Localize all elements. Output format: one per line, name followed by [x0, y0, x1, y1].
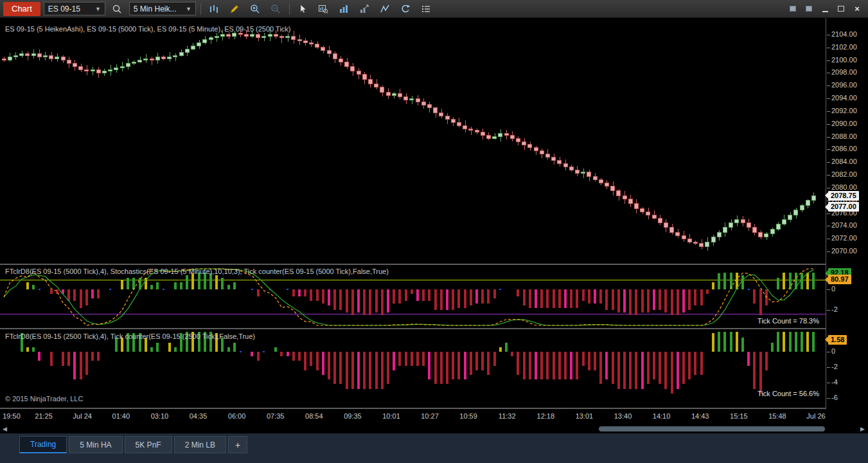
time-axis-label: 14:43	[691, 412, 709, 420]
chevron-down-icon: ▼	[186, 6, 191, 12]
instrument-link-icon	[790, 6, 796, 12]
chart-style-icon	[209, 4, 219, 14]
time-axis-label: 10:27	[421, 412, 439, 420]
price-axis-label: 2088.00	[831, 132, 857, 140]
zigzag-line-icon	[380, 4, 390, 14]
interval-selector[interactable]: 5 Min Heik... ▼	[129, 2, 196, 15]
chevron-down-icon: ▼	[95, 6, 101, 12]
price-axis-label: 2084.00	[831, 158, 857, 165]
indicator2-axis-label: -4	[831, 378, 838, 386]
cursor-button[interactable]	[294, 1, 312, 17]
zoom-in-button[interactable]	[247, 1, 264, 17]
data-box-button[interactable]	[315, 1, 332, 17]
time-axis-label: 06:00	[228, 412, 246, 420]
price-axis-label: 2080.00	[831, 183, 857, 191]
chart-menu-button[interactable]: Chart	[3, 2, 40, 16]
toolbar: Chart ES 09-15 ▼ 5 Min Heik... ▼	[0, 0, 868, 18]
time-axis-label: 15:15	[730, 412, 748, 420]
price-axis-label: 2082.00	[831, 170, 857, 178]
pencil-icon	[229, 4, 240, 14]
indicator-value-marker: 1.58	[828, 335, 847, 345]
price-axis-label: 2098.00	[831, 68, 857, 76]
tick-count-5000: Tick Count = 78.3%	[630, 317, 819, 325]
minimize-icon	[822, 11, 828, 12]
instrument-selector[interactable]: ES 09-15 ▼	[44, 2, 105, 15]
indicator1-axis-label: -2	[831, 305, 838, 313]
add-tab-button[interactable]: +	[228, 436, 247, 453]
panel-divider[interactable]	[0, 328, 826, 329]
data-box-icon	[318, 4, 328, 14]
zoom-out-icon	[270, 4, 281, 14]
tab-5-min-ha[interactable]: 5 Min HA	[69, 436, 122, 453]
strategies-button[interactable]	[356, 1, 373, 17]
price-axis-label: 2102.00	[831, 43, 857, 51]
time-axis-label: 15:48	[768, 412, 786, 420]
interval-value: 5 Min Heik...	[134, 5, 177, 14]
chart-style-button[interactable]	[206, 1, 223, 17]
tab-bar: Trading 5 Min HA 5K PnF 2 Min LB +	[0, 433, 868, 463]
reload-button[interactable]	[397, 1, 414, 17]
last-price-marker: 2078.75	[828, 191, 859, 201]
copyright-label: © 2015 NinjaTrader, LLC	[5, 395, 83, 403]
indicator1-axis-label: 0	[831, 285, 835, 293]
panel-divider[interactable]	[0, 264, 826, 265]
tab-trading[interactable]: Trading	[19, 436, 67, 453]
scrollbar-thumb[interactable]	[599, 426, 825, 431]
indicators-button[interactable]	[335, 1, 353, 17]
drawing-tools-button[interactable]	[226, 1, 244, 17]
tab-5k-pnf[interactable]: 5K PnF	[125, 436, 172, 453]
draw-line-button[interactable]	[376, 1, 394, 17]
time-axis-label: 01:40	[112, 412, 130, 420]
scroll-left-arrow-icon[interactable]: ◀	[3, 426, 7, 432]
price-axis-label: 2074.00	[831, 221, 857, 229]
time-axis-label: 07:35	[267, 412, 285, 420]
indicator2-panel-label: FTclrD8(ES 09-15 (2500 Tick),4), Tick co…	[5, 332, 255, 340]
indicator2-axis-label: -2	[831, 363, 838, 370]
indicator2-axis-label: 0	[831, 347, 835, 355]
interval-link-button[interactable]	[803, 3, 815, 14]
time-axis-label: 03:10	[151, 412, 169, 420]
zoom-out-button[interactable]	[267, 1, 285, 17]
indicator2-axis-label: -6	[831, 394, 838, 401]
close-button[interactable]: ×	[851, 3, 863, 14]
search-icon	[112, 4, 122, 14]
indicators-icon	[339, 4, 349, 14]
indicator1-panel-label: FTclrD8(ES 09-15 (5000 Tick),4), Stochas…	[5, 268, 389, 275]
scroll-right-arrow-icon[interactable]: ▶	[860, 426, 865, 432]
time-axis-label: 10:01	[382, 412, 400, 420]
price-panel-label: ES 09-15 (5 HeikenAshi), ES 09-15 (5000 …	[5, 25, 291, 33]
price-axis-label: 2090.00	[831, 120, 857, 127]
properties-button[interactable]	[418, 1, 435, 17]
time-axis-label: 13:01	[576, 412, 594, 420]
instrument-link-button[interactable]	[787, 3, 799, 14]
price-axis[interactable]: 2104.002102.002100.002098.002096.002094.…	[826, 18, 868, 423]
reload-icon	[400, 4, 411, 14]
instrument-value: ES 09-15	[48, 5, 80, 14]
price-panel-canvas[interactable]	[0, 18, 826, 264]
close-icon: ×	[855, 5, 860, 13]
time-axis-label: 11:32	[499, 412, 516, 420]
toolbar-separator	[289, 3, 290, 15]
price-axis-label: 2096.00	[831, 81, 857, 89]
zoom-in-icon	[250, 4, 260, 14]
time-axis-label: 14:10	[653, 412, 671, 420]
instrument-search-button[interactable]	[109, 1, 126, 17]
minimize-button[interactable]	[819, 3, 831, 14]
tab-2-min-lb[interactable]: 2 Min LB	[174, 436, 226, 453]
time-axis-label: 19:50	[3, 412, 21, 420]
time-axis-label: 13:40	[614, 412, 632, 420]
price-axis-label: 2072.00	[831, 234, 857, 242]
horizontal-scrollbar[interactable]: ◀ ▶	[0, 424, 868, 433]
chart-region: ES 09-15 (5 HeikenAshi), ES 09-15 (5000 …	[0, 18, 868, 433]
interval-link-icon	[806, 6, 812, 12]
last-price-marker: 2077.00	[828, 202, 859, 212]
time-axis-label: Jul 26	[806, 412, 825, 420]
time-axis-label: 04:35	[190, 412, 208, 420]
tick-count-2500: Tick Count = 56.6%	[630, 390, 819, 397]
window-buttons: ×	[787, 3, 865, 14]
time-axis-label: 08:54	[305, 412, 323, 420]
time-axis[interactable]: 19:5021:25Jul 2401:4003:1004:3506:0007:3…	[0, 409, 826, 423]
price-axis-label: 2104.00	[831, 30, 857, 38]
maximize-button[interactable]	[835, 3, 847, 14]
price-axis-label: 2070.00	[831, 247, 857, 255]
